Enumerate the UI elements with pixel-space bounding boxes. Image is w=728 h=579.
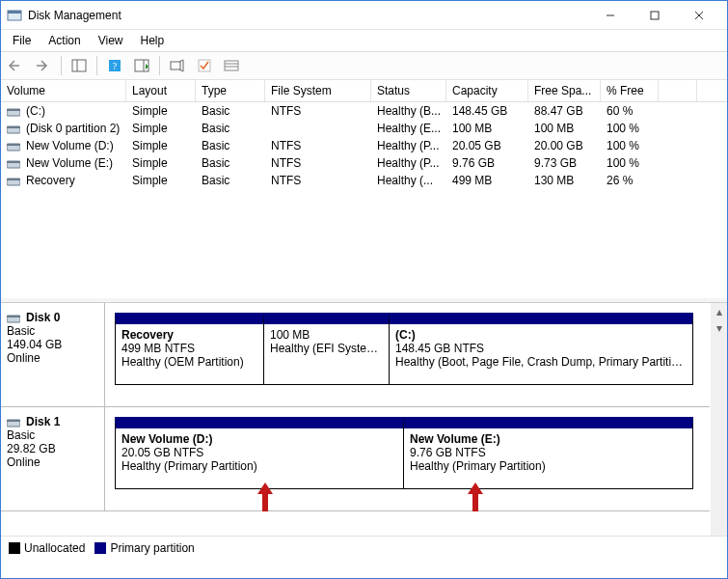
partition-size: 20.05 GB NTFS — [121, 446, 397, 459]
col-capacity[interactable]: Capacity — [446, 80, 528, 101]
partition-title: (C:) — [395, 328, 687, 342]
toolbar-separator — [159, 56, 160, 75]
menu-help[interactable]: Help — [133, 32, 173, 49]
toolbar-separator — [61, 56, 62, 75]
cell-fs: NTFS — [265, 155, 371, 171]
svg-rect-23 — [7, 144, 20, 146]
disk-name: Disk 0 — [26, 311, 60, 324]
help-icon[interactable]: ? — [103, 55, 126, 76]
table-row[interactable]: New Volume (D:)SimpleBasicNTFSHealthy (P… — [1, 137, 727, 154]
svg-rect-13 — [171, 62, 180, 69]
minimize-button[interactable] — [588, 2, 633, 29]
action-pane-icon[interactable] — [130, 55, 153, 76]
table-row[interactable]: RecoverySimpleBasicNTFSHealthy (...499 M… — [1, 172, 727, 189]
maximize-button[interactable] — [633, 2, 677, 29]
svg-rect-27 — [7, 179, 20, 180]
close-button[interactable] — [677, 2, 721, 29]
table-row[interactable]: (Disk 0 partition 2)SimpleBasicHealthy (… — [1, 120, 727, 137]
show-hide-console-tree-icon[interactable] — [67, 55, 91, 76]
svg-rect-25 — [7, 161, 20, 163]
cell-type: Basic — [196, 103, 265, 119]
partition[interactable]: New Volume (D:)20.05 GB NTFSHealthy (Pri… — [115, 417, 404, 489]
cell-pct: 100 % — [601, 121, 659, 136]
col-free[interactable]: Free Spa... — [528, 80, 601, 101]
disk-graphical-pane[interactable]: Disk 0Basic149.04 GBOnlineRecovery499 MB… — [1, 302, 727, 536]
cell-fs: NTFS — [265, 103, 371, 119]
cell-type: Basic — [196, 173, 265, 188]
cell-volume: (Disk 0 partition 2) — [1, 121, 126, 136]
svg-rect-21 — [7, 126, 20, 128]
col-volume[interactable]: Volume — [1, 80, 126, 101]
volume-icon — [7, 174, 20, 187]
partition-title: Recovery — [121, 328, 257, 342]
partition-size: 100 MB — [270, 328, 383, 342]
back-button[interactable] — [5, 55, 28, 76]
partition[interactable]: Recovery499 MB NTFSHealthy (OEM Partitio… — [115, 313, 264, 385]
cell-type: Basic — [196, 138, 265, 153]
toolbar-separator — [96, 56, 97, 75]
col-status[interactable]: Status — [371, 80, 446, 101]
disk-info[interactable]: Disk 1Basic29.82 GBOnline — [1, 407, 105, 510]
cell-free: 9.73 GB — [528, 155, 601, 171]
scrollbar-vertical[interactable]: ▴ ▾ — [711, 303, 727, 536]
scroll-down-icon[interactable]: ▾ — [711, 319, 727, 336]
check-icon[interactable] — [193, 55, 216, 76]
partition[interactable]: New Volume (E:)9.76 GB NTFSHealthy (Prim… — [404, 417, 693, 489]
disk-row: Disk 0Basic149.04 GBOnlineRecovery499 MB… — [1, 303, 710, 407]
list-header: Volume Layout Type File System Status Ca… — [1, 80, 727, 102]
svg-rect-15 — [225, 61, 238, 70]
menu-action[interactable]: Action — [40, 32, 88, 49]
table-row[interactable]: (C:)SimpleBasicNTFSHealthy (B...148.45 G… — [1, 102, 727, 120]
volume-icon — [7, 104, 20, 118]
partition[interactable]: 100 MBHealthy (EFI System P — [264, 313, 390, 385]
partition-title: New Volume (D:) — [121, 432, 397, 446]
cell-capacity: 9.76 GB — [446, 155, 528, 171]
disk-info[interactable]: Disk 0Basic149.04 GBOnline — [1, 303, 105, 406]
legend-primary: Primary partition — [94, 541, 194, 555]
svg-rect-3 — [651, 12, 659, 19]
settings-icon[interactable] — [166, 55, 189, 76]
cell-free: 88.47 GB — [528, 103, 601, 119]
svg-rect-1 — [8, 11, 21, 14]
cell-pct: 26 % — [601, 173, 659, 188]
partition-status: Healthy (Primary Partition) — [121, 459, 397, 473]
cell-layout: Simple — [126, 173, 196, 188]
cell-status: Healthy (... — [371, 173, 446, 188]
cell-free: 100 MB — [528, 121, 601, 136]
cell-layout: Simple — [126, 103, 196, 119]
col-layout[interactable]: Layout — [126, 80, 196, 101]
cell-layout: Simple — [126, 121, 196, 136]
cell-pct: 100 % — [601, 138, 659, 153]
menu-file[interactable]: File — [5, 32, 39, 49]
forward-button[interactable] — [32, 55, 55, 76]
volume-list[interactable]: Volume Layout Type File System Status Ca… — [1, 80, 727, 302]
cell-pct: 100 % — [601, 155, 659, 171]
col-pctfree[interactable]: % Free — [601, 80, 659, 101]
partition[interactable]: (C:)148.45 GB NTFSHealthy (Boot, Page Fi… — [390, 313, 693, 385]
list-icon[interactable] — [220, 55, 243, 76]
disk-size: 149.04 GB — [7, 338, 98, 351]
svg-text:?: ? — [113, 61, 118, 71]
scroll-up-icon[interactable]: ▴ — [711, 303, 727, 319]
svg-rect-31 — [7, 420, 20, 422]
menu-view[interactable]: View — [91, 32, 131, 49]
volume-icon — [7, 156, 20, 170]
toolbar: ? — [1, 51, 727, 80]
col-filesystem[interactable]: File System — [265, 80, 371, 101]
app-icon — [7, 8, 22, 23]
volume-icon — [7, 415, 20, 428]
cell-type: Basic — [196, 155, 265, 171]
partition-size: 499 MB NTFS — [121, 342, 257, 355]
window-title: Disk Management — [28, 9, 121, 22]
table-row[interactable]: New Volume (E:)SimpleBasicNTFSHealthy (P… — [1, 154, 727, 172]
cell-fs — [265, 121, 371, 136]
disk-size: 29.82 GB — [7, 442, 98, 455]
volume-icon — [7, 311, 20, 324]
svg-rect-14 — [199, 60, 210, 71]
titlebar: Disk Management — [1, 1, 727, 30]
svg-rect-19 — [7, 109, 20, 111]
menubar: File Action View Help — [1, 30, 727, 51]
partition-size: 9.76 GB NTFS — [410, 446, 687, 459]
col-type[interactable]: Type — [196, 80, 265, 101]
partition-title: New Volume (E:) — [410, 432, 687, 446]
